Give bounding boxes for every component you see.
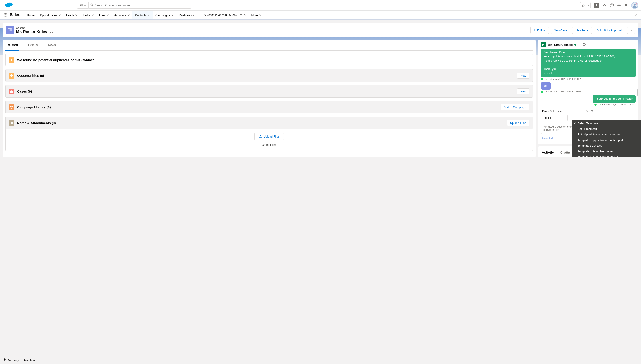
svg-point-5 bbox=[634, 4, 636, 6]
opportunities-title[interactable]: Opportunities (0) bbox=[17, 74, 44, 78]
nav-item-contacts[interactable]: Contacts bbox=[132, 11, 153, 19]
chevron-down-icon[interactable] bbox=[58, 14, 61, 17]
help-icon[interactable]: ? bbox=[610, 3, 614, 7]
dropdown-item[interactable]: Template : appointment bot template bbox=[572, 137, 641, 143]
record-tabs: Related Details News bbox=[5, 40, 533, 50]
template-dropdown: Select TemplateBot : Email editBot : App… bbox=[572, 120, 641, 157]
new-note-button[interactable]: New Note bbox=[572, 27, 592, 34]
scroll-thumb[interactable] bbox=[636, 90, 638, 96]
chevron-down-icon[interactable] bbox=[92, 14, 94, 17]
tab-activity[interactable]: Activity bbox=[542, 149, 554, 157]
submit-approval-button[interactable]: Submit for Approval bbox=[594, 27, 626, 34]
nav-item-files[interactable]: Files bbox=[96, 11, 112, 19]
pinned-tab[interactable]: * Recently Viewed | Mess... ✕ bbox=[201, 11, 248, 19]
whatsapp-icon bbox=[541, 90, 543, 93]
favorites-box bbox=[580, 2, 591, 8]
chevron-down-icon bbox=[586, 110, 588, 113]
svg-point-18 bbox=[9, 30, 10, 31]
brand-gradient bbox=[0, 20, 641, 20]
dropdown-item[interactable]: Template : Demo Reminder live bbox=[572, 154, 641, 157]
global-search-input[interactable] bbox=[95, 4, 189, 7]
nav-item-tasks[interactable]: Tasks bbox=[80, 11, 96, 19]
pinned-tab-label: * Recently Viewed | Mess... bbox=[204, 13, 238, 16]
cases-card: Cases (0) New bbox=[5, 85, 533, 98]
file-drop-zone[interactable]: Upload Files Or drop files bbox=[6, 129, 532, 151]
duplicates-message: We found no potential duplicates of this… bbox=[17, 58, 95, 62]
nav-more[interactable]: More bbox=[248, 11, 264, 19]
tab-related[interactable]: Related bbox=[5, 40, 19, 50]
nav-item-accounts[interactable]: Accounts bbox=[112, 11, 132, 19]
cases-title[interactable]: Cases (0) bbox=[17, 90, 32, 93]
chat-message-outgoing: Thank you for the confirmation bbox=[593, 95, 636, 103]
tab-details[interactable]: Details bbox=[27, 40, 39, 50]
hierarchy-icon[interactable] bbox=[49, 30, 54, 34]
global-create-button[interactable]: + bbox=[594, 3, 599, 8]
add-to-campaign-button[interactable]: Add to Campaign bbox=[500, 104, 530, 110]
close-tab-icon[interactable]: ✕ bbox=[244, 13, 246, 16]
mini-chat-console: Mini Chat Console Dear Rosen Kolev, Your… bbox=[538, 40, 638, 144]
dropdown-item[interactable]: Template : Demo Reminder bbox=[572, 148, 641, 154]
svg-point-22 bbox=[11, 58, 12, 60]
opportunity-icon bbox=[9, 73, 14, 78]
group-chat-toggle[interactable]: Group_Chat bbox=[541, 136, 554, 140]
campaign-title[interactable]: Campaign History (0) bbox=[17, 105, 51, 109]
from-selector[interactable]: From:ValueText bbox=[541, 109, 590, 114]
search-scope-selector[interactable]: All bbox=[77, 2, 88, 9]
setup-gear-icon[interactable] bbox=[617, 3, 621, 7]
new-case-button[interactable]: New Case bbox=[551, 27, 571, 34]
case-icon bbox=[9, 88, 14, 94]
chevron-down-icon[interactable] bbox=[75, 14, 78, 17]
dropdown-item[interactable]: Template : Bot test bbox=[572, 143, 641, 148]
salesforce-icon[interactable] bbox=[602, 3, 607, 8]
nav-item-leads[interactable]: Leads bbox=[64, 11, 80, 19]
notes-card: Notes & Attachments (0) Upload Files Upl… bbox=[5, 116, 533, 151]
chevron-down-icon[interactable] bbox=[240, 13, 242, 16]
notes-title[interactable]: Notes & Attachments (0) bbox=[17, 121, 56, 125]
svg-point-0 bbox=[91, 4, 93, 6]
edit-pencil-icon[interactable] bbox=[634, 13, 637, 17]
nav-item-home[interactable]: Home bbox=[24, 11, 38, 19]
app-launcher-icon[interactable] bbox=[3, 11, 10, 19]
chevron-down-icon[interactable] bbox=[128, 14, 130, 17]
new-case-list-button[interactable]: New bbox=[517, 88, 530, 94]
svg-point-10 bbox=[6, 13, 7, 14]
chevron-down-icon[interactable] bbox=[196, 14, 198, 17]
nav-item-campaigns[interactable]: Campaigns bbox=[153, 11, 176, 19]
svg-rect-20 bbox=[50, 32, 51, 33]
dropdown-item[interactable]: Bot : Email edit bbox=[572, 126, 641, 132]
svg-point-29 bbox=[543, 44, 544, 45]
file-icon bbox=[9, 120, 14, 126]
svg-point-14 bbox=[4, 16, 5, 17]
notification-bell-icon[interactable] bbox=[624, 3, 628, 7]
chevron-down-icon[interactable] bbox=[106, 14, 109, 17]
more-actions-button[interactable] bbox=[627, 27, 635, 34]
global-search-box bbox=[88, 2, 191, 9]
follow-button[interactable]: +Follow bbox=[530, 27, 549, 34]
visibility-selector[interactable]: Public bbox=[541, 115, 568, 121]
chevron-down-icon[interactable] bbox=[148, 14, 150, 17]
upload-files-button[interactable]: Upload Files bbox=[507, 120, 530, 126]
svg-point-12 bbox=[5, 14, 6, 15]
app-name-label: Sales bbox=[10, 11, 24, 19]
nav-item-opportunities[interactable]: Opportunities bbox=[38, 11, 64, 19]
svg-rect-23 bbox=[11, 77, 12, 77]
chevron-down-icon[interactable] bbox=[586, 4, 590, 6]
record-object-label: Contact bbox=[16, 26, 54, 30]
upload-files-inline-button[interactable]: Upload Files bbox=[254, 133, 284, 140]
global-header: All + ? bbox=[0, 0, 641, 11]
campaign-icon bbox=[9, 104, 14, 110]
svg-point-27 bbox=[11, 107, 12, 108]
dropdown-item[interactable]: Bot : Appointment automation bot bbox=[572, 132, 641, 137]
new-opportunity-button[interactable]: New bbox=[517, 72, 530, 78]
refresh-icon[interactable] bbox=[582, 42, 586, 47]
chevron-down-icon[interactable] bbox=[172, 14, 174, 17]
tab-chatter[interactable]: Chatter bbox=[560, 149, 571, 157]
dropdown-item[interactable]: Select Template bbox=[572, 120, 641, 126]
tab-news[interactable]: News bbox=[46, 40, 57, 50]
record-actions: +Follow New Case New Note Submit for App… bbox=[530, 27, 635, 34]
user-avatar[interactable] bbox=[631, 2, 638, 9]
nav-item-dashboards[interactable]: Dashboards bbox=[176, 11, 201, 19]
chevron-down-icon bbox=[84, 4, 86, 6]
star-icon[interactable] bbox=[580, 4, 586, 7]
app-nav-bar: Sales HomeOpportunitiesLeadsTasksFilesAc… bbox=[0, 11, 641, 20]
